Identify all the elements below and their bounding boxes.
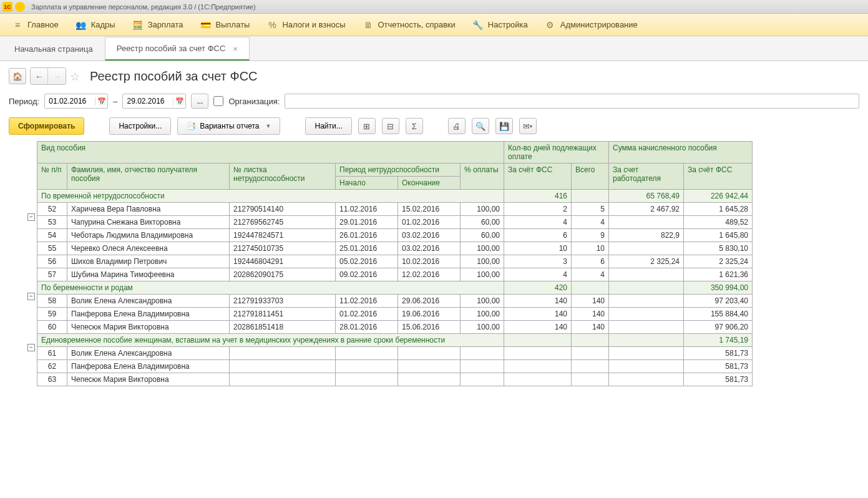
page-title: Реестр пособий за счет ФСС xyxy=(90,69,258,84)
table-row[interactable]: 62Панферова Елена Владимировна581,73 xyxy=(37,360,753,373)
main-menu: ≡Главное 👥Кадры 🧮Зарплата 💳Выплаты %Нало… xyxy=(0,14,868,36)
table-row[interactable]: 57Шубина Марина Тимофеевна20286209017509… xyxy=(37,268,753,281)
menu-kadry[interactable]: 👥Кадры xyxy=(67,14,124,36)
tab-bar: Начальная страница Реестр пособий за сче… xyxy=(0,36,868,61)
percent-icon: % xyxy=(267,20,277,30)
calc-icon: 🧮 xyxy=(133,20,143,30)
variants-button[interactable]: 📑Варианты отчета▼ xyxy=(177,117,280,135)
table-row[interactable]: 53Чапурина Снежана Викторовна21276956274… xyxy=(37,216,753,229)
period-more-button[interactable]: ... xyxy=(191,94,208,109)
print-icon[interactable]: 🖨 xyxy=(448,118,466,134)
table-row[interactable]: 54Чеботарь Людмила Владимировна192447824… xyxy=(37,229,753,242)
back-button[interactable]: ← xyxy=(31,68,48,84)
th-start: Начало xyxy=(336,177,398,190)
sum-icon[interactable]: Σ xyxy=(406,118,423,134)
variants-icon: 📑 xyxy=(187,122,196,130)
menu-nalogi[interactable]: %Налоги и взносы xyxy=(258,14,354,36)
chevron-down-icon: ▼ xyxy=(266,123,271,129)
header-row: 🏠 ← → ☆ Реестр пособий за счет ФСС xyxy=(9,67,859,85)
calendar-icon[interactable]: 📅 xyxy=(173,97,185,105)
tab-reestr[interactable]: Реестр пособий за счет ФСС✕ xyxy=(105,37,250,61)
form-button[interactable]: Сформировать xyxy=(9,117,84,135)
th-days-group: Кол-во дней подлежащих оплате xyxy=(504,142,609,164)
calendar-icon[interactable]: 📅 xyxy=(95,97,107,105)
menu-admin[interactable]: ⚙Администрирование xyxy=(537,14,646,36)
th-sum-group: Сумма начисленного пособия xyxy=(609,142,753,164)
table-row[interactable]: 58Волик Елена Александровна2127919337031… xyxy=(37,295,753,308)
menu-icon: ≡ xyxy=(12,20,22,30)
th-sum-emp: За счет работодателя xyxy=(609,164,684,190)
menu-nastroika[interactable]: 🔧Настройка xyxy=(464,14,537,36)
menu-otchetnost[interactable]: 🗎Отчетность, справки xyxy=(354,14,464,36)
th-fio: Фамилия, имя, отчество получателя пособи… xyxy=(67,164,230,190)
table-row[interactable]: 63Чепесюк Мария Викторовна581,73 xyxy=(37,373,753,386)
table-row[interactable]: 52Харичева Вера Павловна21279051414011.0… xyxy=(37,203,753,216)
forward-button[interactable]: → xyxy=(48,68,66,84)
table-row[interactable]: 55Черевко Олеся Алексеевна21274501073525… xyxy=(37,242,753,255)
collapse-toggle[interactable]: − xyxy=(27,293,35,300)
settings-button[interactable]: Настройки... xyxy=(109,117,171,135)
people-icon: 👥 xyxy=(76,20,86,30)
date-from-input[interactable]: 📅 xyxy=(44,94,108,109)
th-days-total: Всего xyxy=(572,164,609,190)
table-row[interactable]: 61Волик Елена Александровна581,73 xyxy=(37,347,753,360)
th-npp: № п/п xyxy=(37,164,67,190)
menu-main[interactable]: ≡Главное xyxy=(4,14,67,36)
tree-column: − − − xyxy=(9,141,37,386)
preview-icon[interactable]: 🔍 xyxy=(472,118,489,134)
gear-icon: ⚙ xyxy=(545,20,555,30)
window-title: Зарплата и управление персоналом, редакц… xyxy=(31,3,256,11)
window-titlebar: 1C Зарплата и управление персоналом, ред… xyxy=(0,0,868,14)
menu-zarplata[interactable]: 🧮Зарплата xyxy=(124,14,192,36)
menu-vyplaty[interactable]: 💳Выплаты xyxy=(192,14,259,36)
expand-icon[interactable]: ⊞ xyxy=(358,118,376,134)
th-days-fss: За счёт ФСС xyxy=(504,164,572,190)
th-end: Окончание xyxy=(398,177,461,190)
th-vid: Вид пособия xyxy=(37,142,504,164)
org-label: Организация: xyxy=(228,97,280,106)
collapse-toggle[interactable]: − xyxy=(27,213,35,221)
period-label: Период: xyxy=(9,97,39,106)
group-row[interactable]: Единовременное пособие женщинам, вставши… xyxy=(37,334,753,347)
th-listok: № листка нетрудоспособности xyxy=(230,164,336,190)
org-input[interactable] xyxy=(285,94,859,109)
app-logo: 1C xyxy=(2,2,12,12)
wallet-icon: 💳 xyxy=(201,20,211,30)
wrench-icon: 🔧 xyxy=(473,20,483,30)
th-period: Период нетрудоспособности xyxy=(336,164,461,177)
report-table: Вид пособияКол-во дней подлежащих оплате… xyxy=(37,141,753,386)
th-sum-fss: За счёт ФСС xyxy=(684,164,753,190)
dropdown-icon[interactable] xyxy=(15,2,25,12)
mail-icon[interactable]: ✉▾ xyxy=(519,118,537,134)
collapse-icon[interactable]: ⊟ xyxy=(382,118,399,134)
date-to-input[interactable]: 📅 xyxy=(122,94,186,109)
org-checkbox[interactable] xyxy=(213,96,223,106)
star-icon[interactable]: ☆ xyxy=(70,70,82,82)
group-row[interactable]: По беременности и родам420350 994,00 xyxy=(37,281,753,295)
save-icon[interactable]: 💾 xyxy=(495,118,513,134)
group-row[interactable]: По временной нетрудоспособности41665 768… xyxy=(37,190,753,203)
table-row[interactable]: 60Чепесюк Мария Викторовна20286185141828… xyxy=(37,321,753,334)
find-button[interactable]: Найти... xyxy=(305,117,351,135)
close-icon[interactable]: ✕ xyxy=(233,46,238,52)
th-pct: % оплаты xyxy=(461,164,504,190)
filter-row: Период: 📅 – 📅 ... Организация: xyxy=(9,94,859,109)
tab-home[interactable]: Начальная страница xyxy=(2,37,105,61)
home-button[interactable]: 🏠 xyxy=(9,68,26,84)
doc-icon: 🗎 xyxy=(363,20,373,30)
table-row[interactable]: 56Шихов Владимир Петрович19244680429105.… xyxy=(37,255,753,268)
report-toolbar: Сформировать Настройки... 📑Варианты отче… xyxy=(9,117,859,135)
table-row[interactable]: 59Панферова Елена Владимировна2127918114… xyxy=(37,308,753,321)
collapse-toggle[interactable]: − xyxy=(27,344,35,351)
